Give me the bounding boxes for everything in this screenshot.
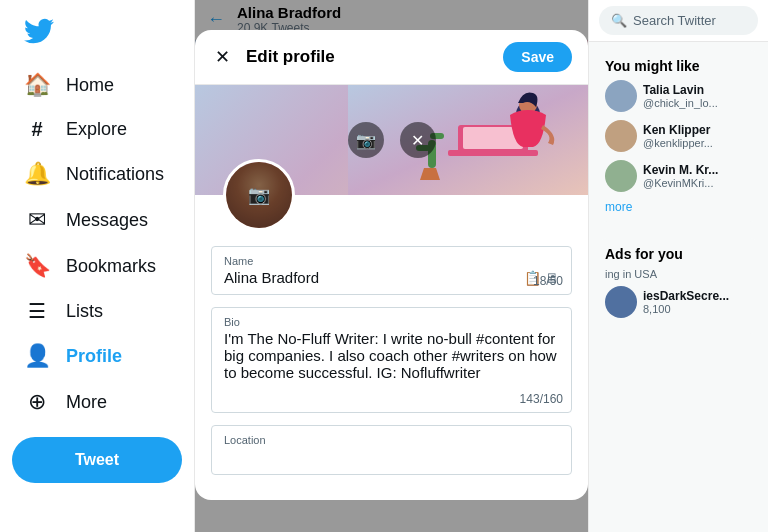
suggested-user-0: Talia Lavin @chick_in_lo... (605, 80, 752, 112)
ads-user-name: iesDarkSecre... (643, 289, 752, 303)
sidebar-item-label: Bookmarks (66, 256, 156, 277)
avatar-camera-icon: 📷 (248, 184, 270, 206)
close-icon: ✕ (411, 131, 424, 150)
bio-label: Bio (224, 316, 559, 328)
twitter-logo[interactable] (12, 8, 182, 58)
ads-user-info: iesDarkSecre... 8,100 (643, 289, 752, 315)
modal-form: Name 📋 🖥 18/50 Bio I'm The No-Fluff Writ… (195, 238, 588, 500)
suggested-user-2: Kevin M. Kr... @KevinMKri... (605, 160, 752, 192)
modal-avatar-section: 📷 (195, 195, 588, 238)
user-info-1: Ken Klipper @kenklipper... (643, 123, 752, 149)
modal-title: Edit profile (246, 47, 491, 67)
user-name-0: Talia Lavin (643, 83, 752, 97)
modal-header: ✕ Edit profile Save (195, 30, 588, 85)
name-label: Name (224, 255, 559, 267)
bookmarks-icon: 🔖 (24, 253, 50, 279)
sidebar-item-label: More (66, 392, 107, 413)
user-info-2: Kevin M. Kr... @KevinMKri... (643, 163, 752, 189)
sidebar-item-label: Explore (66, 119, 127, 140)
user-avatar-1 (605, 120, 637, 152)
user-info-0: Talia Lavin @chick_in_lo... (643, 83, 752, 109)
modal-close-button[interactable]: ✕ (211, 42, 234, 72)
right-sidebar: 🔍 Search Twitter You might like Talia La… (588, 0, 768, 532)
search-bar: 🔍 Search Twitter (589, 0, 768, 42)
ads-section: Ads for you ing in USA iesDarkSecre... 8… (597, 238, 760, 334)
sidebar-item-home[interactable]: 🏠 Home (12, 62, 182, 108)
ads-avatar (605, 286, 637, 318)
modal-overlay: ✕ Edit profile Save (195, 0, 588, 532)
location-field: Location (211, 425, 572, 475)
messages-icon: ✉ (24, 207, 50, 233)
sidebar-item-profile[interactable]: 👤 Profile (12, 333, 182, 379)
location-label: Location (224, 434, 559, 446)
bio-input[interactable]: I'm The No-Fluff Writer: I write no-bull… (224, 330, 559, 400)
lists-icon: ☰ (24, 299, 50, 323)
user-name-2: Kevin M. Kr... (643, 163, 752, 177)
sidebar-item-label: Notifications (66, 164, 164, 185)
bio-counter: 143/160 (520, 392, 563, 406)
user-handle-1: @kenklipper... (643, 137, 752, 149)
might-like-title: You might like (605, 58, 752, 74)
sidebar-item-explore[interactable]: # Explore (12, 108, 182, 151)
sidebar-item-notifications[interactable]: 🔔 Notifications (12, 151, 182, 197)
sidebar-item-more[interactable]: ⊕ More (12, 379, 182, 425)
sidebar-item-label: Home (66, 75, 114, 96)
camera-icon: 📷 (356, 131, 376, 150)
banner-remove-button[interactable]: ✕ (400, 122, 436, 158)
user-handle-2: @KevinMKri... (643, 177, 752, 189)
sidebar-item-messages[interactable]: ✉ Messages (12, 197, 182, 243)
name-field: Name 📋 🖥 18/50 (211, 246, 572, 295)
might-like-section: You might like Talia Lavin @chick_in_lo.… (597, 50, 760, 222)
banner-camera-button[interactable]: 📷 (348, 122, 384, 158)
ads-title: Ads for you (605, 246, 752, 262)
sidebar-item-bookmarks[interactable]: 🔖 Bookmarks (12, 243, 182, 289)
notification-icon: 🔔 (24, 161, 50, 187)
name-input[interactable] (224, 269, 520, 286)
user-name-1: Ken Klipper (643, 123, 752, 137)
suggested-user-1: Ken Klipper @kenklipper... (605, 120, 752, 152)
user-handle-0: @chick_in_lo... (643, 97, 752, 109)
sidebar: 🏠 Home # Explore 🔔 Notifications ✉ Messa… (0, 0, 195, 532)
ads-subtitle: ing in USA (605, 268, 752, 280)
more-link[interactable]: more (605, 200, 752, 214)
ads-user-count: 8,100 (643, 303, 752, 315)
location-input[interactable] (224, 448, 559, 465)
explore-icon: # (24, 118, 50, 141)
modal-avatar: 📷 (223, 159, 295, 231)
avatar-overlay[interactable]: 📷 (226, 162, 292, 228)
sidebar-item-label: Messages (66, 210, 148, 231)
name-counter: 18/50 (533, 274, 563, 288)
search-icon: 🔍 (611, 13, 627, 28)
user-avatar-0 (605, 80, 637, 112)
main-content: ← Alina Bradford 20.9K Tweets Alina B @a… (195, 0, 588, 532)
sidebar-item-label: Lists (66, 301, 103, 322)
modal-save-button[interactable]: Save (503, 42, 572, 72)
edit-profile-modal: ✕ Edit profile Save (195, 30, 588, 500)
tweet-button[interactable]: Tweet (12, 437, 182, 483)
more-icon: ⊕ (24, 389, 50, 415)
user-avatar-2 (605, 160, 637, 192)
sidebar-item-label: Profile (66, 346, 122, 367)
home-icon: 🏠 (24, 72, 50, 98)
ads-user-item: iesDarkSecre... 8,100 (605, 286, 752, 318)
profile-icon: 👤 (24, 343, 50, 369)
modal-banner-controls: 📷 ✕ (348, 122, 436, 158)
modal-avatar-area: 📷 (223, 159, 295, 231)
search-placeholder: Search Twitter (633, 13, 716, 28)
bio-field: Bio I'm The No-Fluff Writer: I write no-… (211, 307, 572, 413)
sidebar-item-lists[interactable]: ☰ Lists (12, 289, 182, 333)
search-input-wrapper[interactable]: 🔍 Search Twitter (599, 6, 758, 35)
